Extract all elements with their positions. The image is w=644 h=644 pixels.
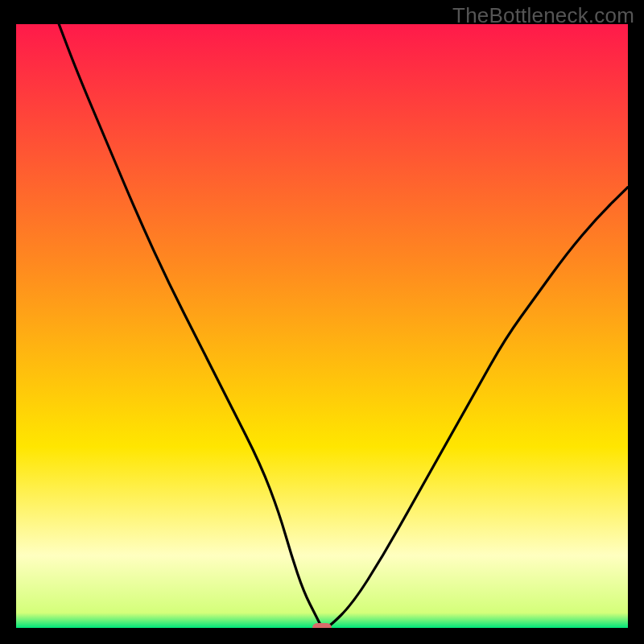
bottleneck-curve (16, 24, 628, 628)
optimal-marker (312, 623, 332, 628)
chart-canvas: TheBottleneck.com (0, 0, 644, 644)
watermark-text: TheBottleneck.com (452, 3, 634, 28)
plot-area (16, 24, 628, 628)
